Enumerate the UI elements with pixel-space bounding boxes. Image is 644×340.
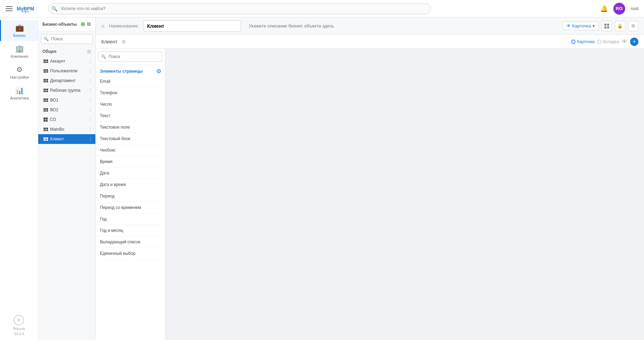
element-item-11[interactable]: Период со временем: [96, 202, 165, 213]
main-layout: 💼 Бизнес 🏢 Компания ⚙ Настройки 📊 Аналит…: [0, 17, 644, 340]
page-name-label: Клиент: [101, 39, 117, 44]
bo-item-bo2[interactable]: ВО2 ⋮: [38, 105, 95, 115]
bo-item-label-workgroup: Рабочая группа: [50, 88, 86, 93]
svg-rect-5: [607, 26, 609, 29]
bell-icon[interactable]: 🔔: [600, 5, 608, 13]
bo-item-client[interactable]: Клиент ⋮: [38, 134, 95, 144]
element-item-12[interactable]: Год: [96, 213, 165, 225]
bo-search-area: 🔍: [38, 31, 95, 47]
topbar: My BPM 🔍 🔔 RO root: [0, 0, 644, 17]
tab-tab-radio: [597, 40, 602, 44]
toolbar-right: Карточка Вкладка 👁 +: [571, 38, 638, 46]
tab-card-button[interactable]: Карточка: [571, 39, 594, 44]
bo-item-menu-bo1[interactable]: ⋮: [88, 97, 93, 103]
bo-item-account[interactable]: Аккаунт ⋮: [38, 56, 95, 66]
bo-add-button[interactable]: ⊕: [80, 21, 85, 27]
menu-icon[interactable]: [6, 6, 13, 11]
view-dropdown[interactable]: 👁 Карточка ▾: [563, 22, 599, 30]
bo-item-menu-co[interactable]: ⋮: [88, 117, 93, 122]
toolbar-add-button[interactable]: +: [630, 38, 638, 46]
settings-button[interactable]: ⚙: [628, 21, 638, 31]
search-icon: 🔍: [52, 6, 57, 11]
bo-section-label: Общее: [42, 49, 56, 54]
sidebar-item-company[interactable]: 🏢 Компания: [0, 41, 38, 62]
element-item-9[interactable]: Дата и время: [96, 179, 165, 191]
bo-item-menu-workgroup[interactable]: ⋮: [88, 88, 93, 93]
canvas: [165, 49, 644, 340]
back-button[interactable]: «: [101, 22, 105, 30]
bo-item-department[interactable]: Департамент ⋮: [38, 76, 95, 86]
element-item-14[interactable]: Выпадающий список: [96, 236, 165, 248]
bo-item-label-bo2: ВО2: [50, 107, 86, 112]
tab-tab-button[interactable]: Вкладка: [597, 39, 619, 44]
bo-item-menu-users[interactable]: ⋮: [88, 68, 93, 74]
page-toolbar: Клиент ⚙ Карточка Вкладка 👁 +: [96, 35, 644, 49]
sidebar-bottom: + Версия S4.9.4: [10, 311, 28, 340]
svg-rect-4: [604, 26, 606, 29]
sidebar-label-company: Компания: [11, 54, 28, 58]
version-number: S4.9.4: [14, 332, 24, 336]
element-item-8[interactable]: Дата: [96, 168, 165, 179]
bo-panel: Бизнес-объекты ⊕ ⧉ 🔍 Общее ⊙ Аккаунт ⋮: [38, 17, 96, 340]
username-label: root: [631, 6, 638, 11]
layout-button[interactable]: [602, 21, 612, 31]
content-area: « Наименование: 👁 Карточка ▾: [96, 17, 644, 340]
bo-item-label-users: Пользователи: [50, 68, 86, 73]
bo-item-menu-department[interactable]: ⋮: [88, 78, 93, 83]
name-label: Наименование:: [109, 24, 139, 29]
bo-section-collapse-icon[interactable]: ⊙: [87, 49, 91, 54]
settings-icon: ⚙: [16, 65, 23, 74]
bo-item-workgroup[interactable]: Рабочая группа ⋮: [38, 86, 95, 95]
sidebar-item-business[interactable]: 💼 Бизнес: [0, 20, 38, 41]
element-item-15[interactable]: Единичный выбор: [96, 248, 165, 259]
bo-item-label-co: СО: [50, 117, 86, 122]
page-gear-icon[interactable]: ⚙: [121, 39, 126, 44]
bo-item-menu-client[interactable]: ⋮: [88, 136, 93, 142]
element-item-2[interactable]: Число: [96, 99, 165, 110]
avatar[interactable]: RO: [613, 3, 625, 15]
bo-search-input[interactable]: [41, 34, 93, 44]
bo-item-menu-account[interactable]: ⋮: [88, 58, 93, 64]
analytics-icon: 📊: [15, 86, 24, 95]
bo-item-menu-bo2[interactable]: ⋮: [88, 107, 93, 113]
table-icon: [44, 128, 48, 131]
sidebar-item-settings[interactable]: ⚙ Настройки: [0, 62, 38, 83]
element-item-10[interactable]: Период: [96, 191, 165, 202]
element-item-3[interactable]: Текст: [96, 110, 165, 122]
title-input[interactable]: [143, 21, 241, 32]
element-item-7[interactable]: Время: [96, 156, 165, 168]
table-icon: [44, 137, 48, 141]
elements-panel: 🔍 Элементы страницы ⊙ EmailТелефонЧислоТ…: [96, 49, 165, 340]
bo-list: Аккаунт ⋮ Пользователи ⋮ Департамент ⋮ Р…: [38, 56, 95, 340]
element-item-0[interactable]: Email: [96, 76, 165, 87]
element-item-4[interactable]: Текстовое поле: [96, 122, 165, 133]
sidebar-item-analytics[interactable]: 📊 Аналитика: [0, 83, 38, 104]
elements-search-area: 🔍: [96, 49, 165, 65]
svg-rect-2: [604, 24, 606, 26]
bo-item-menu-mainbo[interactable]: ⋮: [88, 127, 93, 132]
bo-item-users[interactable]: Пользователи ⋮: [38, 66, 95, 76]
elements-search-input[interactable]: [99, 51, 162, 62]
elements-section-header: Элементы страницы ⊙: [96, 65, 165, 76]
bo-item-mainbo[interactable]: MainBo ⋮: [38, 124, 95, 134]
svg-text:BPM: BPM: [23, 6, 34, 11]
toolbar-eye-icon[interactable]: 👁: [622, 39, 627, 45]
search-input[interactable]: [48, 3, 431, 14]
bo-item-co[interactable]: СО ⋮: [38, 115, 95, 124]
desc-input[interactable]: [245, 21, 558, 32]
add-section-button[interactable]: +: [14, 315, 24, 325]
bo-search-icon: 🔍: [44, 37, 49, 41]
bo-item-label-account: Аккаунт: [50, 59, 86, 64]
bo-item-bo1[interactable]: ВО1 ⋮: [38, 95, 95, 105]
lock-button[interactable]: 🔒: [615, 21, 625, 31]
element-item-1[interactable]: Телефон: [96, 87, 165, 99]
element-item-13[interactable]: Год и месяц: [96, 225, 165, 236]
elements-collapse-icon[interactable]: ⊙: [156, 68, 161, 74]
bo-item-label-department: Департамент: [50, 78, 86, 83]
logo: My BPM: [17, 3, 41, 14]
element-item-5[interactable]: Текстовый блок: [96, 133, 165, 145]
element-item-6[interactable]: Чекбокс: [96, 145, 165, 156]
bo-section-header: Общее ⊙: [38, 47, 95, 56]
bo-copy-button[interactable]: ⧉: [87, 21, 91, 27]
elements-section-label: Элементы страницы: [100, 69, 143, 74]
